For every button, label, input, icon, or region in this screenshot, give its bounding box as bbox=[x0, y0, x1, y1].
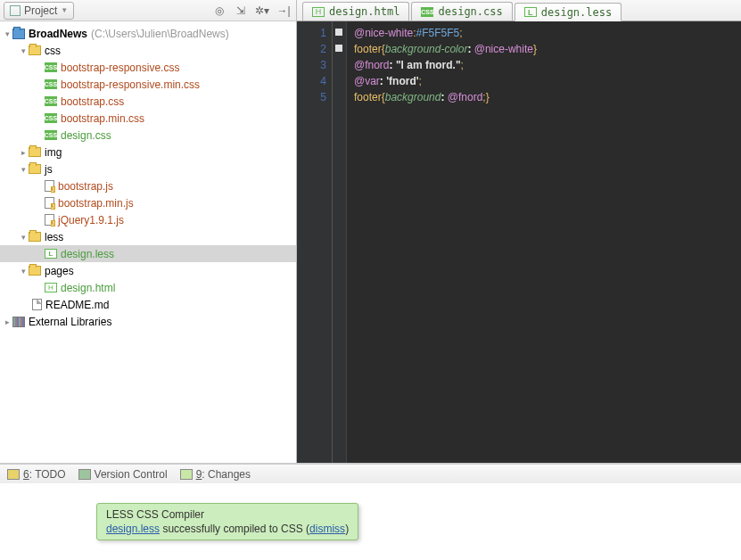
status-changes[interactable]: 9: Changes bbox=[180, 468, 251, 481]
folder-icon bbox=[29, 232, 41, 242]
folder-icon bbox=[29, 266, 41, 276]
tree-file[interactable]: CSSbootstrap.css bbox=[0, 93, 296, 110]
tree-file[interactable]: CSSbootstrap.min.css bbox=[0, 110, 296, 127]
hide-icon[interactable]: →| bbox=[275, 2, 292, 20]
tree-node-css[interactable]: ▾ css bbox=[0, 42, 296, 59]
tree-file[interactable]: README.md bbox=[0, 296, 296, 313]
gutter[interactable]: 12345 bbox=[297, 21, 333, 463]
tree-node-external-libs[interactable]: ▸ External Libraries bbox=[0, 313, 296, 330]
node-label: External Libraries bbox=[29, 316, 111, 328]
node-label: README.md bbox=[45, 299, 109, 311]
tree-file-selected[interactable]: Ldesign.less bbox=[0, 245, 296, 262]
todo-icon bbox=[7, 469, 20, 480]
node-label: css bbox=[45, 45, 61, 57]
tab-label: design.css bbox=[438, 5, 502, 18]
status-todo[interactable]: 6: TODO bbox=[7, 468, 66, 481]
expander-icon[interactable]: ▾ bbox=[18, 267, 29, 276]
notification-text: successfully compiled to CSS ( bbox=[160, 523, 309, 535]
tab-design-less[interactable]: L design.less bbox=[515, 3, 622, 21]
status-label: Version Control bbox=[95, 468, 168, 481]
notification-title: LESS CSS Compiler bbox=[106, 508, 349, 521]
node-label: BroadNews bbox=[29, 28, 87, 40]
notification-dismiss-link[interactable]: dismiss bbox=[309, 523, 345, 535]
node-label: pages bbox=[45, 265, 74, 277]
tab-design-css[interactable]: CSS design.css bbox=[411, 2, 512, 21]
vcs-icon bbox=[78, 469, 91, 480]
node-label: jQuery1.9.1.js bbox=[58, 214, 124, 226]
tree-file[interactable]: CSSbootstrap-responsive.css bbox=[0, 59, 296, 76]
tree-file[interactable]: bootstrap.js bbox=[0, 177, 296, 194]
node-label: design.less bbox=[61, 248, 114, 260]
css-icon: CSS bbox=[45, 79, 57, 89]
less-icon: L bbox=[524, 7, 537, 17]
folder-icon bbox=[29, 147, 41, 157]
html-icon: H bbox=[312, 7, 325, 17]
expander-icon[interactable]: ▸ bbox=[18, 148, 29, 157]
editor-area: H design.html CSS design.css L design.le… bbox=[297, 0, 741, 463]
css-icon: CSS bbox=[45, 62, 57, 72]
gear-icon[interactable]: ✲▾ bbox=[253, 2, 271, 20]
js-icon bbox=[45, 180, 54, 192]
expander-icon[interactable]: ▸ bbox=[2, 317, 12, 326]
gutter-marks bbox=[333, 21, 347, 463]
notification-file-link[interactable]: design.less bbox=[106, 523, 160, 535]
node-label: bootstrap.js bbox=[58, 180, 113, 193]
code-area[interactable]: @nice-white:#F5F5F5;footer{background-co… bbox=[347, 21, 741, 463]
chevron-down-icon: ▼ bbox=[61, 6, 68, 14]
node-label: bootstrap.min.js bbox=[58, 197, 134, 210]
tab-design-html[interactable]: H design.html bbox=[302, 2, 409, 21]
tree-file[interactable]: CSSbootstrap-responsive.min.css bbox=[0, 76, 296, 93]
css-icon: CSS bbox=[45, 113, 57, 123]
tree-node-root[interactable]: ▾ BroadNews (C:\Users\Julien\BroadNews) bbox=[0, 25, 296, 42]
status-bar: 6: TODO Version Control 9: Changes bbox=[0, 464, 741, 483]
tree-node-less[interactable]: ▾ less bbox=[0, 228, 296, 245]
expander-icon[interactable]: ▾ bbox=[18, 165, 29, 174]
tree-node-pages[interactable]: ▾ pages bbox=[0, 262, 296, 279]
tree-node-js[interactable]: ▾ js bbox=[0, 161, 296, 177]
project-folder-icon bbox=[12, 29, 25, 39]
notification-popup: LESS CSS Compiler design.less successful… bbox=[96, 503, 358, 540]
project-selector[interactable]: Project ▼ bbox=[4, 2, 74, 20]
file-icon bbox=[32, 299, 42, 310]
collapse-icon[interactable]: ⇲ bbox=[232, 2, 250, 20]
css-icon: CSS bbox=[421, 7, 433, 17]
library-icon bbox=[12, 317, 25, 327]
node-label: bootstrap.min.css bbox=[61, 112, 144, 125]
node-label: bootstrap-responsive.min.css bbox=[61, 78, 200, 91]
project-panel: Project ▼ ◎ ⇲ ✲▾ →| ▾ BroadNews (C:\User… bbox=[0, 0, 297, 463]
project-header: Project ▼ ◎ ⇲ ✲▾ →| bbox=[0, 0, 296, 21]
project-icon bbox=[10, 5, 21, 16]
node-label: js bbox=[45, 163, 53, 176]
node-label: design.css bbox=[61, 129, 111, 142]
js-icon bbox=[45, 214, 54, 226]
expander-icon[interactable]: ▾ bbox=[2, 29, 12, 38]
tree-node-img[interactable]: ▸ img bbox=[0, 144, 296, 161]
js-icon bbox=[45, 197, 54, 209]
folder-icon bbox=[29, 45, 41, 55]
target-icon[interactable]: ◎ bbox=[210, 2, 228, 20]
tree-file[interactable]: bootstrap.min.js bbox=[0, 194, 296, 211]
less-icon: L bbox=[45, 249, 57, 259]
tree-file[interactable]: Hdesign.html bbox=[0, 279, 296, 296]
tab-label: design.less bbox=[541, 6, 612, 19]
project-tree[interactable]: ▾ BroadNews (C:\Users\Julien\BroadNews) … bbox=[0, 21, 296, 463]
tree-file[interactable]: CSSdesign.css bbox=[0, 127, 296, 144]
expander-icon[interactable]: ▾ bbox=[18, 233, 29, 242]
notification-body: design.less successfully compiled to CSS… bbox=[106, 523, 349, 535]
folder-icon bbox=[29, 164, 41, 174]
node-label: design.html bbox=[61, 282, 115, 294]
css-icon: CSS bbox=[45, 130, 57, 140]
status-vcs[interactable]: Version Control bbox=[78, 468, 168, 481]
expander-icon[interactable]: ▾ bbox=[18, 46, 29, 55]
html-icon: H bbox=[45, 283, 57, 292]
changes-icon bbox=[180, 469, 193, 480]
editor-body[interactable]: 12345 @nice-white:#F5F5F5;footer{backgro… bbox=[297, 21, 741, 463]
tree-file[interactable]: jQuery1.9.1.js bbox=[0, 211, 296, 228]
notification-text-end: ) bbox=[345, 523, 349, 535]
node-label: less bbox=[45, 231, 63, 243]
node-label: img bbox=[45, 146, 62, 159]
editor-tabs: H design.html CSS design.css L design.le… bbox=[297, 0, 741, 21]
css-icon: CSS bbox=[45, 96, 57, 106]
node-label: bootstrap.css bbox=[61, 95, 124, 108]
tab-label: design.html bbox=[329, 5, 399, 18]
